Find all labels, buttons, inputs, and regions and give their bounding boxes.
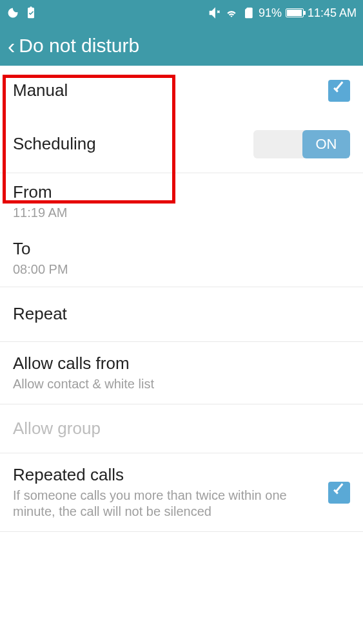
row-from[interactable]: From 11:19 AM [0, 173, 363, 230]
scheduling-label: Scheduling [13, 134, 253, 154]
allow-group-label: Allow group [13, 419, 350, 439]
row-scheduling[interactable]: Scheduling ON [0, 116, 363, 173]
manual-label: Manual [13, 80, 328, 100]
battery-percent: 91% [259, 6, 282, 20]
toggle-on-label: ON [302, 130, 350, 158]
moon-icon [6, 6, 19, 19]
status-left [6, 6, 37, 19]
scheduling-toggle[interactable]: ON [253, 130, 350, 158]
manual-checkbox[interactable] [328, 80, 350, 102]
clipboard-icon [25, 6, 37, 19]
from-label: From [13, 182, 350, 202]
from-value: 11:19 AM [13, 205, 350, 221]
row-repeat[interactable]: Repeat [0, 287, 363, 341]
allow-calls-value: Allow contact & white list [13, 376, 350, 392]
back-icon[interactable]: ‹ [8, 33, 15, 59]
row-allow-group: Allow group [0, 404, 363, 453]
battery-icon [286, 8, 304, 17]
to-value: 08:00 PM [13, 261, 350, 278]
row-manual[interactable]: Manual [0, 66, 363, 116]
row-to[interactable]: To 08:00 PM [0, 230, 363, 287]
sd-card-icon [242, 6, 255, 19]
repeat-label: Repeat [13, 304, 350, 324]
repeated-calls-checkbox[interactable] [328, 482, 350, 504]
wifi-icon [225, 6, 238, 19]
app-header[interactable]: ‹ Do not disturb [0, 26, 363, 66]
repeated-calls-value: If someone calls you more than twice wit… [13, 488, 328, 520]
repeated-calls-label: Repeated calls [13, 465, 328, 485]
status-right: 91% 11:45 AM [208, 6, 357, 20]
row-repeated-calls[interactable]: Repeated calls If someone calls you more… [0, 453, 363, 532]
to-label: To [13, 239, 350, 259]
status-bar: 91% 11:45 AM [0, 0, 363, 26]
settings-list: Manual Scheduling ON From 11:19 AM To 08… [0, 66, 363, 532]
row-allow-calls[interactable]: Allow calls from Allow contact & white l… [0, 342, 363, 404]
status-time: 11:45 AM [308, 6, 357, 20]
page-title: Do not disturb [19, 35, 139, 57]
mute-icon [208, 6, 221, 19]
allow-calls-label: Allow calls from [13, 354, 350, 374]
